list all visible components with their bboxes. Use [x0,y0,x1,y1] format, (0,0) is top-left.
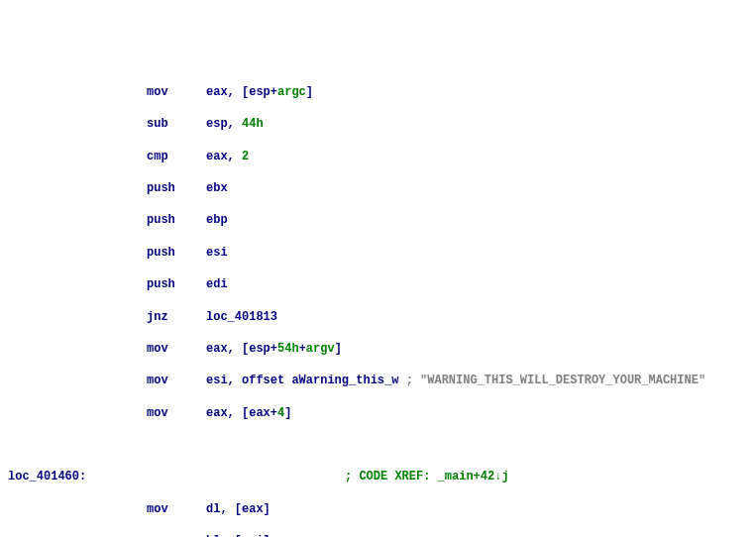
mnemonic: mov [147,533,206,537]
operands: eax, [eax+4] [206,405,291,421]
operands: eax, [esp+54h+argv] [206,341,342,357]
operands: esp, 44h [206,116,264,132]
operands: esi [206,245,228,261]
mnemonic: mov [147,341,206,357]
mnemonic: push [147,245,206,261]
mnemonic: mov [147,373,206,388]
string-comment: "WARNING_THIS_WILL_DESTROY_YOUR_MACHINE" [420,374,705,387]
operands: ebx [206,180,228,196]
operands: esi, offset aWarning_this_w ; "WARNING_T… [206,373,705,388]
mnemonic: mov [147,405,206,421]
mnemonic: push [147,180,206,196]
comment-marker: ; [406,374,420,387]
operands: eax, [esp+argc] [206,84,313,100]
mnemonic: sub [147,116,206,132]
operands: dl, [eax] [206,501,270,517]
code-label: loc_401460: [8,469,147,484]
xref-comment: ; CODE XREF: _main+42↓j [345,470,509,483]
operands: eax, 2 [206,149,249,164]
operands: ebp [206,212,228,228]
mnemonic: push [147,212,206,228]
mnemonic: cmp [147,149,206,164]
mnemonic: jnz [147,309,206,325]
mnemonic: mov [147,84,206,100]
disassembly-listing: moveax, [esp+argc] subesp, 44h cmpeax, 2… [8,68,748,537]
operands: edi [206,276,228,292]
operands: bl, [esi] [206,533,270,537]
operands: loc_401813 [206,309,277,325]
mnemonic: push [147,276,206,292]
mnemonic: mov [147,501,206,517]
